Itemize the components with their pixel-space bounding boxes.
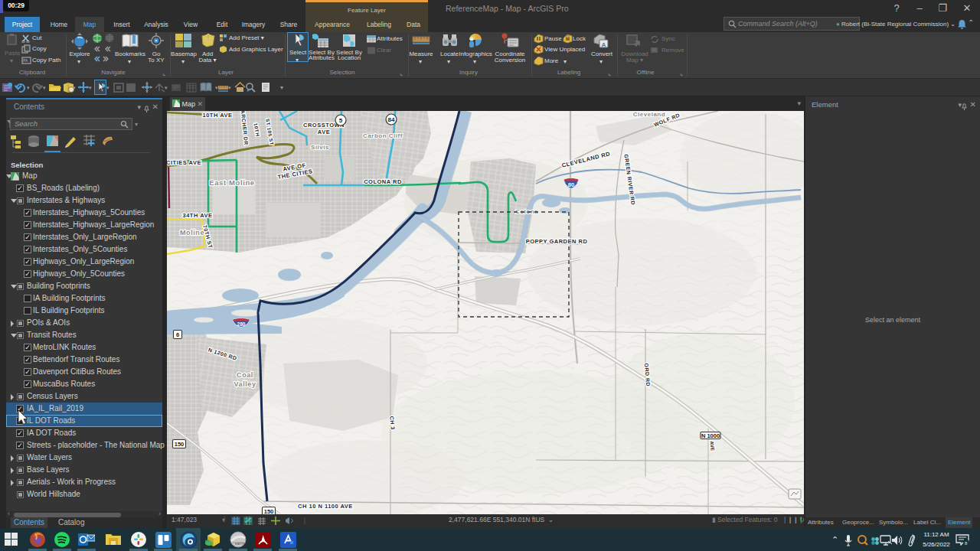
svg-text:East Moline: East Moline bbox=[209, 178, 254, 187]
svg-text:AVE: AVE bbox=[318, 129, 330, 135]
svg-text:CITIES AVE: CITIES AVE bbox=[167, 159, 201, 166]
svg-text:10TH AVE: 10TH AVE bbox=[202, 112, 232, 119]
svg-text:CH 10 N 1100 AVE: CH 10 N 1100 AVE bbox=[298, 503, 353, 510]
svg-text:6: 6 bbox=[176, 331, 179, 338]
svg-text:5: 5 bbox=[339, 117, 343, 124]
svg-text:Coal: Coal bbox=[237, 371, 253, 379]
svg-text:34TH AVE: 34TH AVE bbox=[182, 212, 212, 219]
svg-text:Moline: Moline bbox=[180, 229, 204, 236]
svg-text:84: 84 bbox=[388, 116, 395, 123]
svg-text:Carbon Cliff: Carbon Cliff bbox=[363, 132, 403, 139]
svg-text:POPPY GARDEN RD: POPPY GARDEN RD bbox=[526, 238, 588, 245]
svg-text:Valley: Valley bbox=[234, 380, 256, 388]
svg-text:A: A bbox=[602, 41, 606, 48]
svg-text:PA: PA bbox=[23, 58, 28, 63]
svg-text:280: 280 bbox=[237, 321, 246, 327]
svg-text:150: 150 bbox=[175, 441, 185, 448]
svg-text:EARTH: EARTH bbox=[235, 542, 246, 546]
svg-text:Cleveland: Cleveland bbox=[633, 111, 665, 118]
svg-text:150: 150 bbox=[264, 508, 274, 514]
svg-text:COLONA RD: COLONA RD bbox=[364, 178, 402, 185]
svg-text:80: 80 bbox=[568, 181, 574, 188]
svg-text:AVE: AVE bbox=[709, 441, 715, 452]
svg-text:N 1000: N 1000 bbox=[701, 432, 720, 439]
svg-text:Silvis: Silvis bbox=[311, 144, 329, 151]
